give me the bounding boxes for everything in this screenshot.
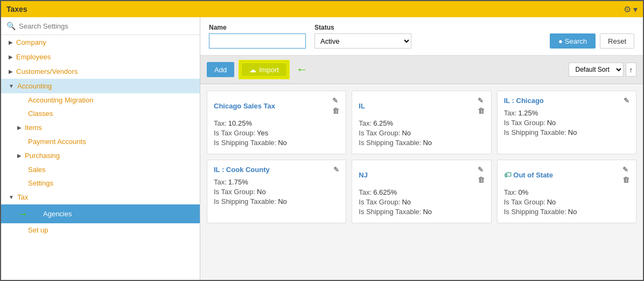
expand-arrow-employees: ▶ [9,54,13,60]
card-out-of-state-title[interactable]: 🏷 Out of State ✎ 🗑 [504,166,629,184]
edit-icon-il-chicago[interactable]: ✎ [624,97,629,105]
expand-arrow-company: ▶ [9,39,13,45]
search-icon: 🔍 [6,22,16,30]
tag-icon: 🏷 [504,170,512,179]
card-il-chicago: IL : Chicago ✎ Tax: 1.25% Is Tax Group: … [497,91,636,154]
filter-actions: ● Search Reset [550,33,634,49]
filter-bar: Name Status Active Inactive All ● [200,17,643,56]
card-nj-title[interactable]: NJ ✎ 🗑 [359,166,484,184]
status-filter-label: Status [314,24,411,31]
sidebar-item-purchasing[interactable]: ▶ Purchasing [1,148,200,163]
search-settings-input[interactable] [19,22,194,30]
delete-icon-nj[interactable]: 🗑 [478,176,485,184]
import-button[interactable]: ☁ Import [241,62,288,77]
expand-arrow-purchasing: ▶ [17,153,22,159]
sidebar-item-agencies[interactable]: → Agencies [1,204,200,223]
name-filter-input[interactable] [209,33,306,49]
app-header: Taxes ⚙ ▾ [1,1,643,17]
expand-arrow-customers: ▶ [9,68,13,74]
expand-arrow-accounting: ▼ [9,83,14,89]
card-il-title[interactable]: IL ✎ 🗑 [359,97,484,115]
add-button[interactable]: Add [207,62,234,77]
card-chicago-body: Tax: 10.25% Is Tax Group: Yes Is Shippin… [214,119,339,147]
sidebar-item-settings[interactable]: Settings [1,176,200,190]
status-filter-field: Status Active Inactive All [314,24,411,49]
card-il-chicago-title[interactable]: IL : Chicago ✎ [504,97,629,105]
edit-icon-il[interactable]: ✎ [478,97,485,105]
card-chicago-sales-tax: Chicago Sales Tax ✎ 🗑 Tax: 10.25% Is Tax… [207,91,346,154]
cards-grid: Chicago Sales Tax ✎ 🗑 Tax: 10.25% Is Tax… [200,84,643,230]
card-out-of-state: 🏷 Out of State ✎ 🗑 Tax: 0% Is Tax Group:… [497,160,636,223]
name-filter-field: Name [209,24,306,49]
card-chicago-sales-tax-title[interactable]: Chicago Sales Tax ✎ 🗑 [214,97,339,115]
sidebar-item-accounting[interactable]: ▼ Accounting [1,79,200,93]
sidebar-item-sales[interactable]: Sales [1,163,200,176]
card-il-cook-county: IL : Cook County ✎ Tax: 1.75% Is Tax Gro… [207,160,346,223]
app-title: Taxes [6,5,27,13]
sidebar-item-classes[interactable]: Classes [1,107,200,120]
import-arrow-icon: ← [296,63,308,77]
expand-arrow-items: ▶ [17,125,22,131]
delete-icon-chicago[interactable]: 🗑 [332,107,339,115]
sort-direction-button[interactable]: ↑ [626,63,637,77]
sidebar-item-payment-accounts[interactable]: Payment Accounts [1,135,200,148]
sort-select[interactable]: Default Sort [569,63,624,77]
import-highlight: ☁ Import [239,60,290,79]
sidebar-item-accounting-migration[interactable]: Accounting Migration [1,93,200,107]
card-il-cook-county-title[interactable]: IL : Cook County ✎ [214,166,339,174]
search-dot-icon: ● [558,37,563,45]
toolbar-sort: Default Sort ↑ [569,63,637,77]
sidebar-item-customers-vendors[interactable]: ▶ Customers/Vendors [1,64,200,79]
upload-icon: ☁ [249,66,256,74]
sidebar-item-setup[interactable]: Set up [1,223,200,237]
delete-icon-out-of-state[interactable]: 🗑 [622,176,629,184]
search-button[interactable]: ● Search [550,33,596,49]
main-content: Name Status Active Inactive All ● [200,17,643,280]
sidebar-item-items[interactable]: ▶ Items [1,120,200,135]
sidebar-item-company[interactable]: ▶ Company [1,35,200,50]
sidebar-item-employees[interactable]: ▶ Employees [1,50,200,64]
expand-arrow-tax: ▼ [9,194,14,200]
card-nj: NJ ✎ 🗑 Tax: 6.625% Is Tax Group: No Is S… [352,160,491,223]
toolbar: Add ☁ Import ← Default Sort ↑ [200,56,643,84]
card-il: IL ✎ 🗑 Tax: 6.25% Is Tax Group: No Is Sh… [352,91,491,154]
edit-icon-nj[interactable]: ✎ [478,166,485,174]
sidebar: 🔍 ▶ Company ▶ Employees ▶ Customers/Vend… [1,17,200,280]
edit-icon-il-cook[interactable]: ✎ [333,166,339,174]
sidebar-item-tax[interactable]: ▼ Tax [1,190,200,204]
sidebar-search-bar: 🔍 [1,17,200,35]
name-filter-label: Name [209,24,306,31]
edit-icon-out-of-state[interactable]: ✎ [622,166,629,174]
delete-icon-il[interactable]: 🗑 [478,107,485,115]
gear-icon[interactable]: ⚙ ▾ [624,4,638,15]
status-filter-select[interactable]: Active Inactive All [314,33,411,49]
reset-button[interactable]: Reset [600,33,634,49]
arrow-pointer-icon: → [17,208,28,220]
edit-icon-chicago[interactable]: ✎ [332,97,339,105]
